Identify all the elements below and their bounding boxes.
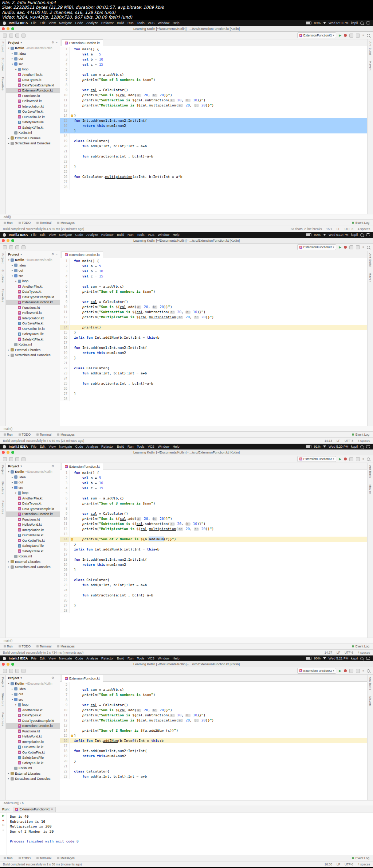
- tree-item-safetyktfile-kt[interactable]: KSafetyKtFile.kt: [6, 337, 60, 342]
- code-line-12[interactable]: 12 println("Multipication is ${cal.multi…: [60, 526, 367, 532]
- tree-item-extensionfunction-kt[interactable]: KExtensionFunction.kt: [6, 88, 60, 93]
- line-number[interactable]: 18: [60, 345, 70, 350]
- code-line-4[interactable]: 4 val c = 15: [60, 62, 367, 67]
- undo-icon[interactable]: [15, 245, 19, 249]
- line-number[interactable]: 17: [60, 552, 70, 557]
- menu-intellij-idea[interactable]: IntelliJ IDEA: [9, 657, 28, 660]
- chevron-open-icon[interactable]: ▾: [7, 47, 10, 50]
- toolwindow-run[interactable]: Run: [4, 645, 13, 648]
- project-panel-header[interactable]: Project ▾ ⚙ −: [6, 251, 60, 257]
- line-number[interactable]: 8: [60, 506, 70, 511]
- menu-run[interactable]: Run: [127, 657, 134, 660]
- code-line-25[interactable]: 25 fun subtraction(a:Int , b:Int)=a-b: [60, 593, 367, 598]
- line-number[interactable]: 21: [60, 361, 70, 366]
- breadcrumb[interactable]: main(): [0, 426, 373, 431]
- toolwindow-run[interactable]: Run: [4, 221, 13, 225]
- tree-item-datatypes-kt[interactable]: KDataTypes.kt: [6, 501, 60, 506]
- menu-intellij-idea[interactable]: IntelliJ IDEA: [9, 233, 28, 237]
- menu-analyze[interactable]: Analyze: [86, 445, 98, 448]
- tool-strip-maven[interactable]: Maven: [369, 484, 372, 494]
- status-widget[interactable]: UTF-8: [345, 651, 353, 654]
- code-line-26[interactable]: 26fun Calculator.multipication(a:Int, b:…: [60, 174, 367, 179]
- tree-item-datatypes-kt[interactable]: KDataTypes.kt: [6, 289, 60, 295]
- coverage-icon[interactable]: [349, 669, 353, 673]
- tree-item-datatypes-kt[interactable]: KDataTypes.kt: [6, 77, 60, 83]
- close-window-button[interactable]: [2, 27, 5, 30]
- close-window-button[interactable]: [2, 451, 5, 454]
- line-number[interactable]: 23: [60, 774, 70, 779]
- tree-item-datatypesexample-kt[interactable]: KDataTypesExample.kt: [6, 295, 60, 300]
- collapse-all-icon[interactable]: −: [56, 253, 58, 256]
- menu-edit[interactable]: Edit: [40, 657, 46, 660]
- menubar-user[interactable]: kapil: [351, 233, 358, 237]
- redo-icon[interactable]: [21, 457, 25, 461]
- run-tab[interactable]: K ExtensionFunctionKt ✕: [13, 807, 56, 812]
- code-line-27[interactable]: 27}: [60, 603, 367, 608]
- menu-vcs[interactable]: VCS: [148, 233, 155, 237]
- code-line-26[interactable]: 26: [60, 386, 367, 391]
- stop-button[interactable]: ■: [362, 669, 364, 672]
- line-number[interactable]: 14: [60, 113, 70, 118]
- tool-strip-project[interactable]: Project: [1, 42, 4, 52]
- code-line-28[interactable]: 28: [60, 396, 367, 401]
- tree-item--idea[interactable]: ▸.idea: [6, 686, 60, 692]
- line-number[interactable]: 6: [60, 72, 70, 77]
- code-line-11[interactable]: 11 println("Subtraction is ${cal.subtrac…: [60, 521, 367, 526]
- tree-item-ourjavafile-kt[interactable]: JOurJavaFile.kt: [6, 533, 60, 538]
- menu-intellij-idea[interactable]: IntelliJ IDEA: [9, 445, 28, 448]
- tree-item-helloworld-kt[interactable]: KHelloWorld.kt: [6, 734, 60, 739]
- tree-item-kotlin-iml[interactable]: Kotlin.iml: [6, 130, 60, 136]
- tree-item-out[interactable]: ▸out: [6, 268, 60, 273]
- code-line-6[interactable]: 6 val sum = a.add(b,c): [60, 496, 367, 501]
- line-number[interactable]: 6: [60, 687, 70, 692]
- project-panel-header[interactable]: Project ▾ ⚙ −: [6, 675, 60, 681]
- line-number[interactable]: 25: [60, 169, 70, 174]
- code-line-22[interactable]: 22class Calculator{: [60, 577, 367, 583]
- code-line-9[interactable]: 9 var cal = Calculator(): [60, 511, 367, 516]
- toolwindow-todo[interactable]: TODO: [19, 221, 31, 225]
- apple-icon[interactable]: [3, 233, 6, 237]
- line-number[interactable]: 13: [60, 320, 70, 325]
- menu-view[interactable]: View: [49, 445, 56, 448]
- tree-item-interpolation-kt[interactable]: KInterpolation.kt: [6, 104, 60, 109]
- code-line-20[interactable]: 20}: [60, 567, 367, 572]
- line-number[interactable]: 23: [60, 371, 70, 376]
- line-number[interactable]: 12: [60, 315, 70, 320]
- chevron-closed-icon[interactable]: ▸: [7, 560, 10, 563]
- undo-icon[interactable]: [15, 457, 19, 461]
- line-number[interactable]: 19: [60, 350, 70, 355]
- undo-icon[interactable]: [15, 34, 19, 38]
- minimize-window-button[interactable]: [7, 663, 9, 666]
- tree-item-scratches-and-consoles[interactable]: ▸Scratches and Consoles: [6, 776, 60, 782]
- tree-item--idea[interactable]: ▸.idea: [6, 475, 60, 480]
- code-line-2[interactable]: 2 val a = 5: [60, 264, 367, 269]
- control-center-icon[interactable]: [366, 445, 370, 448]
- status-widget[interactable]: 14:13: [325, 439, 332, 443]
- tree-item-src[interactable]: ▾src: [6, 62, 60, 67]
- debug-button[interactable]: [344, 669, 347, 672]
- menu-file[interactable]: File: [31, 21, 37, 25]
- search-everywhere-icon[interactable]: [367, 246, 370, 249]
- line-number[interactable]: 22: [60, 366, 70, 371]
- menu-tools[interactable]: Tools: [137, 21, 145, 25]
- code-line-23[interactable]: 23 fun add(a:Int, b:Int):Int = a+b: [60, 371, 367, 376]
- line-number[interactable]: 26: [60, 386, 70, 391]
- line-number[interactable]: 14: [60, 537, 70, 542]
- code-line-22[interactable]: 22class Calculator{: [60, 769, 367, 774]
- tree-item-functions-kt[interactable]: KFunctions.kt: [6, 305, 60, 311]
- editor-tab[interactable]: K ExtensionFunction.kt: [62, 675, 103, 682]
- line-number[interactable]: 16: [60, 335, 70, 340]
- status-widget[interactable]: 14:37: [325, 651, 332, 654]
- spotlight-icon[interactable]: [360, 22, 364, 25]
- redo-icon[interactable]: [21, 34, 25, 38]
- menu-run[interactable]: Run: [127, 445, 134, 448]
- code-line-11[interactable]: 11 println("Subtraction is ${cal.subtrac…: [60, 310, 367, 315]
- tree-item-safetyjavafile[interactable]: JSafetyJavaFile: [6, 331, 60, 337]
- tree-item-out[interactable]: ▸out: [6, 692, 60, 697]
- code-line-10[interactable]: 10 println("Sum is ${cal.add(a: 20, b: 2…: [60, 516, 367, 521]
- code-line-24[interactable]: 24: [60, 588, 367, 593]
- menu-intellij-idea[interactable]: IntelliJ IDEA: [9, 21, 28, 25]
- stop-button[interactable]: ■: [362, 246, 364, 249]
- code-line-24[interactable]: 24}: [60, 164, 367, 169]
- menu-navigate[interactable]: Navigate: [59, 21, 72, 25]
